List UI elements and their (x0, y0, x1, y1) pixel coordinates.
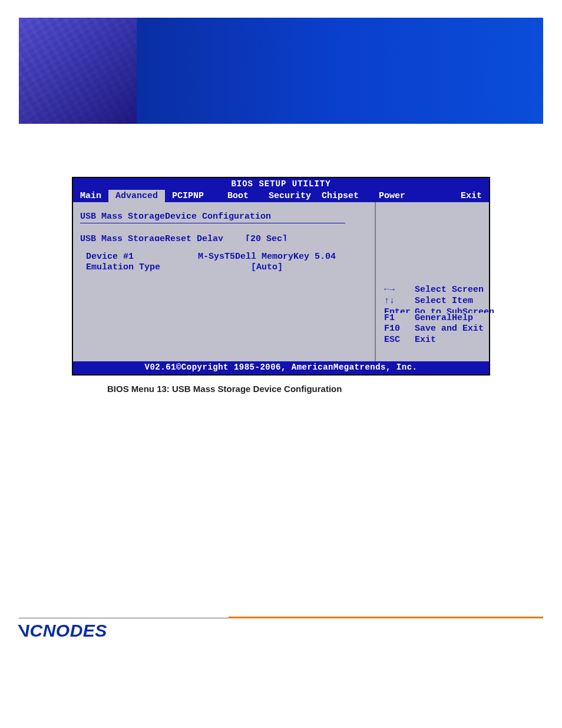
bios-tab-pcipnp[interactable]: PCIPNP (165, 190, 211, 202)
help-save-exit: F10 Save and Exit (384, 324, 494, 335)
bios-left-pane: USB Mass StorageDevice Configuration USB… (73, 202, 375, 361)
bios-tab-power[interactable]: Power (366, 190, 412, 202)
bios-tab-exit[interactable]: Exit (454, 190, 489, 202)
help-text: Select Screen (415, 285, 494, 296)
bios-tab-boot[interactable]: Boot (211, 190, 256, 202)
content-wrap: BIOS SETUP UTILITY Main Advanced PCIPNP … (72, 177, 490, 394)
device-block: Device #1 M-SysT5Dell MemoryKey 5.04 Emu… (80, 252, 369, 273)
emulation-type-label: Emulation Type (80, 262, 198, 273)
bios-tab-chipset[interactable]: Chipset (318, 190, 366, 202)
help-text: Save and Exit (415, 324, 494, 335)
reset-delay-row[interactable]: USB Mass StorageReset Delay [20 Sec] (80, 234, 369, 241)
bios-tab-security[interactable]: Security (256, 190, 318, 202)
help-key: ESC (384, 335, 415, 346)
reset-delay-value: [20 Sec] (245, 234, 287, 241)
footer-rule (19, 618, 543, 618)
help-key: F1 (384, 313, 415, 324)
bios-tab-advanced[interactable]: Advanced (108, 190, 165, 202)
help-text: Select Item (415, 296, 494, 307)
bios-body: USB Mass StorageDevice Configuration USB… (73, 202, 489, 361)
help-text: Go to SubScreen (415, 307, 494, 313)
page-footer: VCNODES (19, 618, 543, 641)
device-row: Device #1 M-SysT5Dell MemoryKey 5.04 (80, 252, 369, 262)
device-label: Device #1 (80, 252, 198, 262)
help-exit: ESC Exit (384, 335, 494, 346)
help-text: GeneralHelp (415, 313, 494, 324)
bios-help-pane: ←→ Select Screen ↑↓ Select Item Enter Go… (375, 202, 500, 361)
help-select-screen: ←→ Select Screen (384, 285, 494, 296)
reset-delay-label: USB Mass StorageReset Delay (80, 234, 245, 241)
page-header-banner (19, 18, 543, 124)
section-heading: USB Mass StorageDevice Configuration (80, 212, 345, 223)
bios-tab-bar: Main Advanced PCIPNP Boot Security Chips… (73, 190, 489, 202)
circuit-graphic (19, 18, 137, 124)
help-select-item: ↑↓ Select Item (384, 296, 494, 307)
arrows-lr-icon: ←→ (384, 285, 415, 296)
figure-caption: BIOS Menu 13: USB Mass Storage Device Co… (72, 384, 490, 394)
help-general-help: F1 GeneralHelp (384, 313, 494, 324)
help-key: Enter (384, 307, 415, 313)
help-enter-subscreen: Enter Go to SubScreen (384, 307, 494, 313)
bios-title: BIOS SETUP UTILITY (73, 178, 489, 190)
device-value: M-SysT5Dell MemoryKey 5.04 (198, 252, 369, 262)
arrows-ud-icon: ↑↓ (384, 296, 415, 307)
bios-footer: V02.61©Copyright 1985-2006, AmericanMega… (73, 361, 489, 374)
emulation-type-value: [Auto] (198, 262, 369, 273)
bios-tab-main[interactable]: Main (73, 190, 108, 202)
bios-screenshot: BIOS SETUP UTILITY Main Advanced PCIPNP … (72, 177, 490, 375)
help-text: Exit (415, 335, 494, 346)
help-key: F10 (384, 324, 415, 335)
brand-logo: VCNODES (19, 621, 543, 641)
emulation-type-row[interactable]: Emulation Type [Auto] (80, 262, 369, 273)
